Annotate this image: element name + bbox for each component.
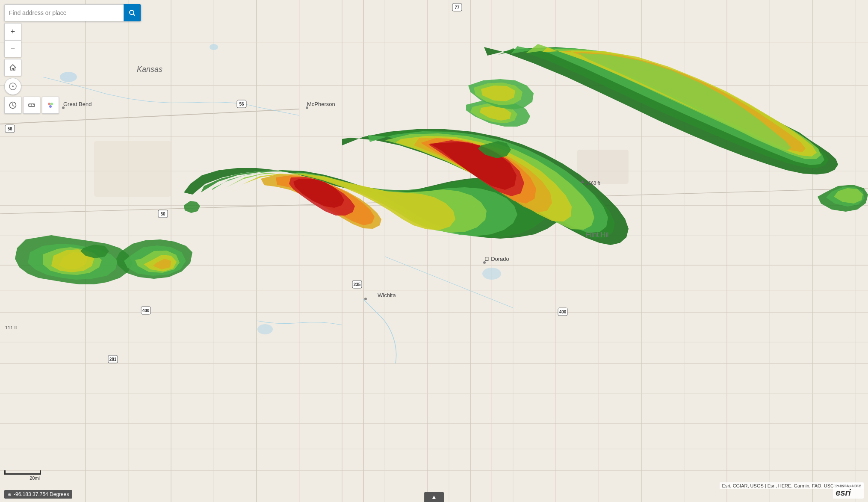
compass-icon bbox=[9, 82, 17, 91]
powered-by-text: POWERED BY bbox=[836, 484, 861, 488]
svg-point-133 bbox=[49, 105, 52, 108]
toolbar: + − bbox=[4, 4, 141, 114]
svg-point-43 bbox=[210, 44, 218, 50]
svg-text:1663 ft: 1663 ft bbox=[586, 180, 600, 186]
svg-text:400: 400 bbox=[142, 308, 150, 313]
time-tool-button[interactable] bbox=[4, 97, 21, 114]
zoom-controls: + − bbox=[4, 23, 21, 57]
svg-point-125 bbox=[12, 86, 14, 87]
symbology-tool-button[interactable] bbox=[42, 97, 59, 114]
zoom-in-button[interactable]: + bbox=[4, 23, 21, 40]
svg-text:50: 50 bbox=[160, 212, 165, 216]
scale-distance: 20mi bbox=[4, 475, 40, 481]
minus-icon: − bbox=[11, 44, 15, 53]
symbology-icon bbox=[46, 101, 55, 109]
collapse-icon: ▲ bbox=[431, 493, 437, 500]
home-button[interactable] bbox=[4, 59, 21, 76]
map-container: 77 56 56 50 235 400 400 281 Kansas Great… bbox=[0, 0, 868, 502]
svg-rect-44 bbox=[94, 141, 171, 197]
svg-text:McPherson: McPherson bbox=[307, 101, 335, 107]
tool-buttons bbox=[4, 97, 141, 114]
svg-text:235: 235 bbox=[354, 282, 361, 287]
svg-point-113 bbox=[306, 106, 308, 109]
svg-rect-45 bbox=[577, 150, 629, 184]
svg-point-131 bbox=[48, 103, 50, 105]
coordinates-value: -96.183 37.754 Degrees bbox=[14, 491, 69, 497]
home-icon bbox=[9, 64, 17, 71]
svg-text:56: 56 bbox=[239, 102, 244, 106]
esri-name: esri bbox=[836, 488, 861, 498]
svg-point-117 bbox=[364, 298, 367, 300]
svg-point-115 bbox=[483, 261, 486, 264]
svg-line-123 bbox=[133, 14, 135, 16]
measure-icon bbox=[27, 101, 36, 109]
coordinates-display: ⊕ -96.183 37.754 Degrees bbox=[4, 490, 72, 499]
search-icon bbox=[129, 9, 136, 16]
zoom-out-button[interactable]: − bbox=[4, 40, 21, 57]
svg-point-41 bbox=[482, 268, 501, 280]
scale-bar: 20mi bbox=[4, 470, 41, 481]
svg-text:Wichita: Wichita bbox=[378, 292, 396, 298]
measure-tool-button[interactable] bbox=[23, 97, 40, 114]
collapse-button[interactable]: ▲ bbox=[424, 492, 444, 502]
search-input[interactable] bbox=[5, 9, 124, 16]
svg-text:400: 400 bbox=[559, 310, 567, 314]
svg-text:Flint Hil: Flint Hil bbox=[586, 231, 608, 238]
svg-text:111 ft: 111 ft bbox=[5, 325, 17, 330]
svg-text:77: 77 bbox=[455, 5, 460, 10]
svg-text:281: 281 bbox=[109, 357, 117, 362]
time-icon bbox=[9, 101, 17, 109]
svg-point-40 bbox=[257, 324, 273, 334]
plus-icon: + bbox=[11, 27, 15, 36]
svg-text:56: 56 bbox=[7, 127, 12, 131]
crosshair-icon: ⊕ bbox=[8, 492, 11, 497]
search-bar[interactable] bbox=[4, 4, 141, 21]
svg-point-132 bbox=[50, 103, 53, 105]
svg-text:El Dorado: El Dorado bbox=[484, 256, 509, 262]
compass-button[interactable] bbox=[4, 78, 21, 95]
esri-logo: POWERED BY esri bbox=[833, 483, 864, 499]
search-button[interactable] bbox=[124, 4, 141, 21]
